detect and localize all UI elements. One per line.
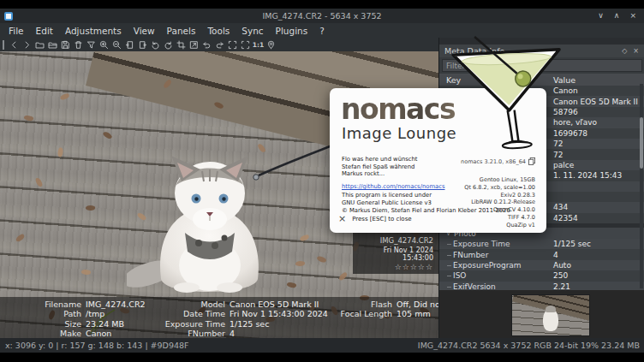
rotate-cw-button[interactable] [162,39,175,51]
menu-item-edit[interactable]: Edit [30,25,59,37]
close-icon[interactable]: × [338,215,346,223]
scrollbar-thumb[interactable] [640,117,643,169]
meta-value: 2.21 [553,282,644,290]
menu-item-file[interactable]: File [3,25,30,37]
meta-row[interactable]: FNumber4 [439,249,644,259]
meta-value: Canon [553,86,644,95]
thumbnail-cat-head [546,306,556,312]
system-line: Qt 6.8.2, xcb, scale=1.00 [464,184,535,192]
filter-icon [86,40,96,50]
github-link[interactable]: https://github.com/nomacs/nomacs [342,183,444,190]
menu-item-panels[interactable]: Panels [161,25,202,37]
meta-row[interactable]: ExifVersion2.21 [439,282,644,290]
meta-value: 1. 11. 2024 15:43 [553,171,644,180]
frameless-button[interactable] [239,39,252,51]
meta-key: ExifVersion [439,282,553,290]
exif-label: Size [0,319,81,329]
fullscreen-button[interactable] [226,39,239,51]
zoom-out-button[interactable] [110,39,123,51]
exif-label: FNumber [128,329,225,338]
esc-close-row: × Press [ESC] to close [338,215,412,223]
frameless-icon [241,40,250,50]
location-button[interactable] [265,39,277,51]
system-info-block: Gentoo Linux, 15GBQt 6.8.2, xcb, scale=1… [464,176,535,229]
open-directory-icon [48,40,57,50]
exif-value: 105 mm [397,309,431,318]
actual-size-button[interactable]: 1:1 [252,39,265,51]
screen: IMG_4274.CR2 - 5634 x 3752 ∨ ∧ × FileEdi… [0,0,644,362]
previous-button[interactable] [8,39,21,51]
rotate-cw-icon [164,40,173,50]
exif-label: Flash [295,300,392,309]
meta-value: 72 [553,139,644,148]
exif-value: 23.24 MB [86,319,124,329]
crop-button[interactable] [175,39,188,51]
esc-hint: Press [ESC] to close [352,216,411,223]
menu-item-view[interactable]: View [128,25,161,37]
rotate-ccw-icon [151,40,160,50]
resize-button[interactable] [188,39,200,51]
exif-row: Focal Length105 mm [295,309,438,318]
filter-button[interactable] [85,39,98,51]
menu-item-sync[interactable]: Sync [236,25,269,37]
meta-row[interactable]: ExposureProgramAuto [439,260,644,270]
menu-item-tools[interactable]: Tools [201,25,236,37]
rotate-page-cw-button[interactable] [136,39,149,51]
meta-row[interactable]: ISO250 [439,270,644,281]
rating-stars[interactable]: ☆☆☆☆☆ [358,263,433,271]
meta-key: FNumber [439,251,553,259]
copy-icon[interactable] [528,157,535,165]
open-folder-button[interactable] [33,39,46,51]
nomacs-app-icon [4,12,13,21]
greeting-line: Flo was here und wünscht [342,156,418,163]
status-pixel-info: x: 3096 y: 0 | r: 157 g: 148 b: 143 | #9… [5,341,189,350]
version-text: nomacs 3.21.0, x86_64 [461,158,526,165]
exif-value: 1/125 sec [230,319,269,329]
scrollbar-track[interactable] [640,84,643,288]
exif-row: FlashOff, Did not fire [295,300,438,309]
next-button[interactable] [21,39,33,51]
preview-thumbnail[interactable] [511,294,590,336]
close-button[interactable]: × [629,9,636,23]
save-button[interactable] [59,39,72,51]
meta-key: ISO [439,271,553,280]
meta-value: 4 [553,251,644,259]
undo-button[interactable] [200,39,213,51]
system-line: LibRAW 0.21.2-Release [464,199,535,206]
titlebar[interactable]: IMG_4274.CR2 - 5634 x 3752 ∨ ∧ × [0,9,644,23]
open-directory-button[interactable] [46,39,59,51]
exif-row: Path/tmp [0,309,146,318]
system-line: QuaZip v1 [464,222,535,229]
rotate-page-ccw-button[interactable] [123,39,136,51]
zoom-out-icon [112,40,122,50]
redo-button[interactable] [213,39,226,51]
menu-item-adjustments[interactable]: Adjustments [59,25,128,37]
toolbar-grip[interactable] [3,40,4,50]
nomacs-logo-subtitle: Image Lounge [342,124,456,142]
delete-icon [74,40,83,50]
meta-row[interactable]: Exposure Time1/125 sec [439,239,644,249]
next-icon [22,40,32,50]
panel-float-icon[interactable]: ◇ [622,45,627,57]
exif-overlay-band: FilenameIMG_4274.CR2Path/tmpSize23.24 MB… [0,297,438,338]
meta-value: 42354 [553,214,644,223]
menu-item-plugins[interactable]: Plugins [270,25,314,37]
maximize-button[interactable]: ∧ [614,9,620,23]
crop-icon [176,40,186,50]
window-title: IMG_4274.CR2 - 5634 x 3752 [0,11,644,21]
exif-label: Exposure Time [128,319,225,329]
meta-value: 72 [553,151,644,159]
exif-column: FilenameIMG_4274.CR2Path/tmpSize23.24 MB… [0,300,146,338]
minimize-button[interactable]: ∨ [598,9,604,23]
zoom-in-button[interactable] [98,39,110,51]
previous-icon [9,40,19,50]
rotate-ccw-button[interactable] [149,39,162,51]
meta-value: 58796 [553,108,644,116]
menu-item-help[interactable]: ? [313,25,331,37]
exif-label: Path [0,309,81,318]
greeting-line: Stefan fiel Spaß während [342,163,418,171]
panel-close-icon[interactable]: × [633,45,639,57]
exif-row: FilenameIMG_4274.CR2 [0,300,146,309]
delete-button[interactable] [72,39,85,51]
location-icon [266,40,276,50]
